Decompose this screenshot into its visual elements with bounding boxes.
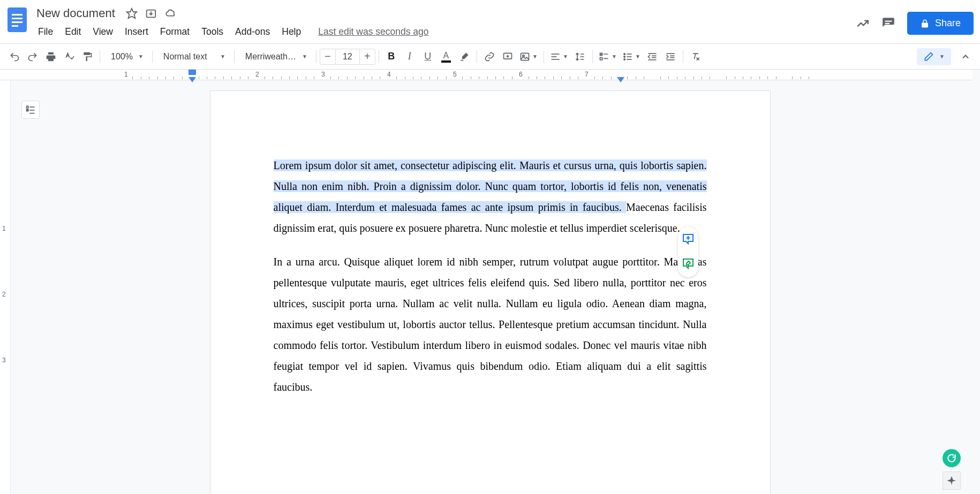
chevron-down-icon: ▼ [302, 54, 307, 59]
underline-button[interactable]: U [419, 48, 437, 66]
svg-rect-34 [27, 109, 28, 111]
svg-point-18 [624, 58, 625, 60]
collapse-toolbar-button[interactable] [956, 48, 975, 66]
svg-marker-30 [189, 77, 196, 82]
paragraph-text[interactable]: In a urna arcu. Quisque aliquet lorem id… [274, 252, 707, 398]
checklist-button[interactable]: ▼ [596, 48, 620, 66]
clear-formatting-button[interactable] [687, 48, 705, 66]
chevron-down-icon: ▼ [939, 54, 945, 59]
insert-link-button[interactable] [480, 48, 499, 66]
svg-marker-31 [617, 77, 624, 82]
share-button[interactable]: Share [907, 12, 974, 35]
vertical-ruler[interactable]: 1 2 3 [0, 80, 11, 494]
zoom-select[interactable]: 100% ▼ [103, 52, 149, 62]
align-button[interactable]: ▼ [547, 48, 571, 66]
add-comment-button[interactable] [499, 48, 517, 66]
fontsize-increase-button[interactable]: + [359, 49, 375, 65]
horizontal-ruler[interactable]: 1 2 3 4 5 6 7 [0, 70, 973, 80]
last-edit-link[interactable]: Last edit was seconds ago [313, 24, 433, 40]
svg-rect-3 [12, 21, 22, 23]
svg-marker-5 [127, 9, 137, 18]
menu-file[interactable]: File [33, 24, 58, 40]
chevron-down-icon: ▼ [220, 54, 225, 59]
svg-point-16 [624, 53, 625, 55]
menu-edit[interactable]: Edit [60, 24, 86, 40]
menu-help[interactable]: Help [277, 24, 306, 40]
svg-rect-1 [12, 14, 22, 16]
cloud-status-icon[interactable] [164, 7, 177, 19]
grammarly-icon[interactable] [943, 449, 961, 467]
outdent-button[interactable] [643, 48, 661, 66]
menu-addons[interactable]: Add-ons [230, 24, 275, 40]
svg-rect-0 [7, 7, 27, 32]
svg-rect-8 [885, 22, 889, 24]
font-select[interactable]: Merriweath… ▼ [238, 52, 313, 62]
paint-format-button[interactable] [78, 48, 96, 66]
add-comment-icon[interactable] [682, 232, 695, 247]
bulleted-list-button[interactable]: ▼ [620, 48, 643, 66]
star-icon[interactable] [126, 7, 138, 19]
style-value: Normal text [163, 52, 207, 62]
explore-button[interactable] [943, 472, 961, 490]
font-value: Merriweath… [245, 52, 296, 62]
insert-image-button[interactable]: ▼ [517, 48, 540, 66]
app-header: New document File Edit View Insert Forma… [0, 0, 980, 44]
text-color-button[interactable]: A [437, 48, 455, 66]
floating-comment-tools [678, 227, 698, 277]
highlight-button[interactable] [455, 48, 473, 66]
document-canvas[interactable]: Lorem ipsum dolor sit amet, consectetur … [0, 70, 980, 494]
bold-button[interactable]: B [382, 48, 401, 66]
svg-rect-7 [885, 20, 892, 21]
menu-insert[interactable]: Insert [120, 24, 153, 40]
work-area: 1 2 3 4 5 6 7 1 2 3 Lorem ipsum dolor si… [0, 70, 980, 494]
fontsize-decrease-button[interactable]: − [320, 49, 336, 65]
chevron-down-icon: ▼ [138, 54, 144, 59]
suggest-edits-icon[interactable] [682, 257, 695, 272]
line-spacing-button[interactable] [571, 48, 589, 66]
svg-point-17 [624, 56, 625, 57]
undo-button[interactable] [5, 48, 24, 66]
print-button[interactable] [42, 48, 60, 66]
share-label: Share [935, 18, 961, 29]
ruler-right-indent-icon[interactable] [617, 75, 624, 85]
editing-mode-button[interactable]: ▼ [917, 48, 951, 65]
menu-format[interactable]: Format [155, 24, 194, 40]
indent-button[interactable] [661, 48, 680, 66]
ruler-left-indent-icon[interactable] [189, 75, 196, 85]
activity-icon[interactable] [856, 17, 870, 31]
fontsize-input[interactable] [336, 49, 359, 65]
svg-rect-2 [12, 18, 22, 19]
zoom-value: 100% [111, 52, 133, 62]
svg-rect-10 [521, 53, 529, 60]
menubar: File Edit View Insert Format Tools Add-o… [33, 24, 856, 40]
document-body[interactable]: Lorem ipsum dolor sit amet, consectetur … [274, 155, 707, 398]
document-title[interactable]: New document [33, 6, 118, 20]
redo-button[interactable] [24, 48, 42, 66]
spellcheck-button[interactable] [60, 48, 78, 66]
ruler-first-line-indent[interactable] [189, 70, 196, 75]
menu-view[interactable]: View [88, 24, 118, 40]
outline-toggle-button[interactable] [21, 101, 40, 119]
menu-tools[interactable]: Tools [197, 24, 228, 40]
docs-logo-icon[interactable] [6, 5, 28, 34]
comments-icon[interactable] [881, 17, 895, 31]
move-to-icon[interactable] [145, 7, 157, 19]
svg-rect-4 [12, 25, 18, 27]
paragraph-style-select[interactable]: Normal text ▼ [156, 52, 231, 62]
svg-marker-40 [947, 480, 956, 482]
toolbar: 100% ▼ Normal text ▼ Merriweath… ▼ − + B… [0, 44, 980, 70]
italic-button[interactable]: I [401, 48, 419, 66]
document-page[interactable]: Lorem ipsum dolor sit amet, consectetur … [210, 91, 770, 494]
svg-rect-32 [27, 106, 28, 108]
